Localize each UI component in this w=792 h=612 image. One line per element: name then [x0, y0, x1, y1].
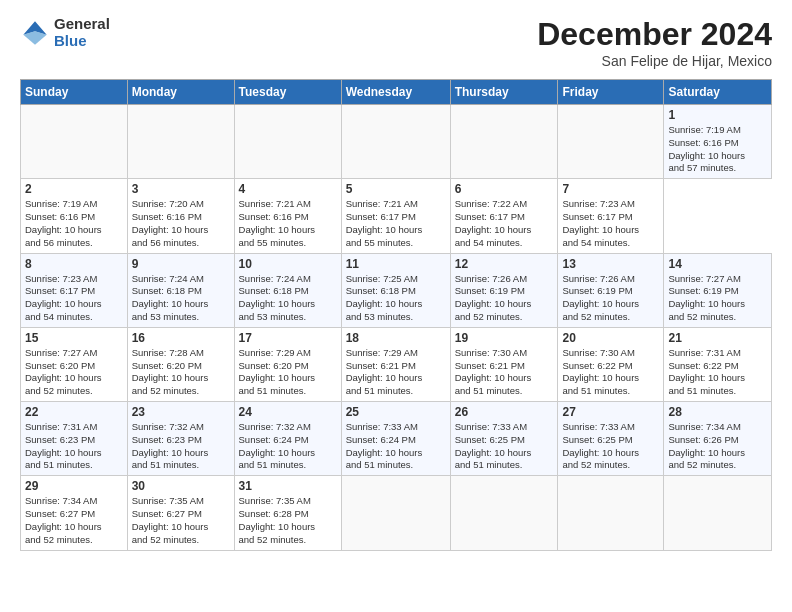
calendar-header-row: Sunday Monday Tuesday Wednesday Thursday…: [21, 80, 772, 105]
header-thursday: Thursday: [450, 80, 558, 105]
table-row: 4Sunrise: 7:21 AMSunset: 6:16 PMDaylight…: [234, 179, 341, 253]
calendar-week-6: 29Sunrise: 7:34 AMSunset: 6:27 PMDayligh…: [21, 476, 772, 550]
logo: General Blue: [20, 16, 110, 49]
day-number: 25: [346, 405, 446, 419]
day-info: Sunrise: 7:21 AMSunset: 6:17 PMDaylight:…: [346, 198, 446, 249]
table-row: 18Sunrise: 7:29 AMSunset: 6:21 PMDayligh…: [341, 327, 450, 401]
table-row: 11Sunrise: 7:25 AMSunset: 6:18 PMDayligh…: [341, 253, 450, 327]
day-number: 1: [668, 108, 767, 122]
table-row: [234, 105, 341, 179]
day-number: 12: [455, 257, 554, 271]
day-info: Sunrise: 7:24 AMSunset: 6:18 PMDaylight:…: [239, 273, 337, 324]
calendar-week-3: 8Sunrise: 7:23 AMSunset: 6:17 PMDaylight…: [21, 253, 772, 327]
title-block: December 2024 San Felipe de Hijar, Mexic…: [537, 16, 772, 69]
table-row: 5Sunrise: 7:21 AMSunset: 6:17 PMDaylight…: [341, 179, 450, 253]
table-row: 22Sunrise: 7:31 AMSunset: 6:23 PMDayligh…: [21, 402, 128, 476]
table-row: [558, 105, 664, 179]
page: General Blue December 2024 San Felipe de…: [0, 0, 792, 612]
table-row: [450, 476, 558, 550]
table-row: 13Sunrise: 7:26 AMSunset: 6:19 PMDayligh…: [558, 253, 664, 327]
day-info: Sunrise: 7:23 AMSunset: 6:17 PMDaylight:…: [25, 273, 123, 324]
day-info: Sunrise: 7:24 AMSunset: 6:18 PMDaylight:…: [132, 273, 230, 324]
day-info: Sunrise: 7:35 AMSunset: 6:27 PMDaylight:…: [132, 495, 230, 546]
day-number: 3: [132, 182, 230, 196]
table-row: 27Sunrise: 7:33 AMSunset: 6:25 PMDayligh…: [558, 402, 664, 476]
day-info: Sunrise: 7:33 AMSunset: 6:24 PMDaylight:…: [346, 421, 446, 472]
header: General Blue December 2024 San Felipe de…: [20, 16, 772, 69]
table-row: [341, 476, 450, 550]
day-info: Sunrise: 7:30 AMSunset: 6:21 PMDaylight:…: [455, 347, 554, 398]
table-row: 26Sunrise: 7:33 AMSunset: 6:25 PMDayligh…: [450, 402, 558, 476]
logo-general: General: [54, 16, 110, 33]
day-info: Sunrise: 7:21 AMSunset: 6:16 PMDaylight:…: [239, 198, 337, 249]
table-row: 31Sunrise: 7:35 AMSunset: 6:28 PMDayligh…: [234, 476, 341, 550]
day-info: Sunrise: 7:32 AMSunset: 6:23 PMDaylight:…: [132, 421, 230, 472]
table-row: 7Sunrise: 7:23 AMSunset: 6:17 PMDaylight…: [558, 179, 664, 253]
table-row: 21Sunrise: 7:31 AMSunset: 6:22 PMDayligh…: [664, 327, 772, 401]
day-number: 15: [25, 331, 123, 345]
calendar-week-5: 22Sunrise: 7:31 AMSunset: 6:23 PMDayligh…: [21, 402, 772, 476]
logo-blue: Blue: [54, 33, 110, 50]
table-row: 15Sunrise: 7:27 AMSunset: 6:20 PMDayligh…: [21, 327, 128, 401]
table-row: [558, 476, 664, 550]
table-row: 17Sunrise: 7:29 AMSunset: 6:20 PMDayligh…: [234, 327, 341, 401]
subtitle: San Felipe de Hijar, Mexico: [537, 53, 772, 69]
day-info: Sunrise: 7:29 AMSunset: 6:20 PMDaylight:…: [239, 347, 337, 398]
calendar-week-1: 1Sunrise: 7:19 AMSunset: 6:16 PMDaylight…: [21, 105, 772, 179]
table-row: 19Sunrise: 7:30 AMSunset: 6:21 PMDayligh…: [450, 327, 558, 401]
header-sunday: Sunday: [21, 80, 128, 105]
day-number: 4: [239, 182, 337, 196]
day-number: 24: [239, 405, 337, 419]
day-info: Sunrise: 7:29 AMSunset: 6:21 PMDaylight:…: [346, 347, 446, 398]
day-info: Sunrise: 7:34 AMSunset: 6:27 PMDaylight:…: [25, 495, 123, 546]
day-number: 13: [562, 257, 659, 271]
day-number: 6: [455, 182, 554, 196]
day-info: Sunrise: 7:32 AMSunset: 6:24 PMDaylight:…: [239, 421, 337, 472]
day-number: 16: [132, 331, 230, 345]
day-number: 23: [132, 405, 230, 419]
header-saturday: Saturday: [664, 80, 772, 105]
day-info: Sunrise: 7:30 AMSunset: 6:22 PMDaylight:…: [562, 347, 659, 398]
table-row: 6Sunrise: 7:22 AMSunset: 6:17 PMDaylight…: [450, 179, 558, 253]
table-row: 10Sunrise: 7:24 AMSunset: 6:18 PMDayligh…: [234, 253, 341, 327]
day-number: 17: [239, 331, 337, 345]
day-info: Sunrise: 7:20 AMSunset: 6:16 PMDaylight:…: [132, 198, 230, 249]
table-row: 3Sunrise: 7:20 AMSunset: 6:16 PMDaylight…: [127, 179, 234, 253]
table-row: 24Sunrise: 7:32 AMSunset: 6:24 PMDayligh…: [234, 402, 341, 476]
header-friday: Friday: [558, 80, 664, 105]
table-row: 30Sunrise: 7:35 AMSunset: 6:27 PMDayligh…: [127, 476, 234, 550]
table-row: 12Sunrise: 7:26 AMSunset: 6:19 PMDayligh…: [450, 253, 558, 327]
table-row: 8Sunrise: 7:23 AMSunset: 6:17 PMDaylight…: [21, 253, 128, 327]
day-number: 27: [562, 405, 659, 419]
day-info: Sunrise: 7:19 AMSunset: 6:16 PMDaylight:…: [25, 198, 123, 249]
main-title: December 2024: [537, 16, 772, 53]
table-row: [127, 105, 234, 179]
table-row: [341, 105, 450, 179]
table-row: [664, 476, 772, 550]
table-row: 1Sunrise: 7:19 AMSunset: 6:16 PMDaylight…: [664, 105, 772, 179]
day-info: Sunrise: 7:26 AMSunset: 6:19 PMDaylight:…: [562, 273, 659, 324]
table-row: 20Sunrise: 7:30 AMSunset: 6:22 PMDayligh…: [558, 327, 664, 401]
table-row: 9Sunrise: 7:24 AMSunset: 6:18 PMDaylight…: [127, 253, 234, 327]
day-number: 18: [346, 331, 446, 345]
header-monday: Monday: [127, 80, 234, 105]
table-row: [21, 105, 128, 179]
table-row: 29Sunrise: 7:34 AMSunset: 6:27 PMDayligh…: [21, 476, 128, 550]
day-number: 26: [455, 405, 554, 419]
day-info: Sunrise: 7:26 AMSunset: 6:19 PMDaylight:…: [455, 273, 554, 324]
day-info: Sunrise: 7:33 AMSunset: 6:25 PMDaylight:…: [562, 421, 659, 472]
table-row: 2Sunrise: 7:19 AMSunset: 6:16 PMDaylight…: [21, 179, 128, 253]
logo-icon: [20, 18, 50, 48]
day-info: Sunrise: 7:19 AMSunset: 6:16 PMDaylight:…: [668, 124, 767, 175]
table-row: 23Sunrise: 7:32 AMSunset: 6:23 PMDayligh…: [127, 402, 234, 476]
calendar-week-2: 2Sunrise: 7:19 AMSunset: 6:16 PMDaylight…: [21, 179, 772, 253]
table-row: 28Sunrise: 7:34 AMSunset: 6:26 PMDayligh…: [664, 402, 772, 476]
day-number: 10: [239, 257, 337, 271]
day-number: 30: [132, 479, 230, 493]
header-tuesday: Tuesday: [234, 80, 341, 105]
day-info: Sunrise: 7:22 AMSunset: 6:17 PMDaylight:…: [455, 198, 554, 249]
day-info: Sunrise: 7:25 AMSunset: 6:18 PMDaylight:…: [346, 273, 446, 324]
day-number: 22: [25, 405, 123, 419]
day-number: 31: [239, 479, 337, 493]
day-number: 8: [25, 257, 123, 271]
